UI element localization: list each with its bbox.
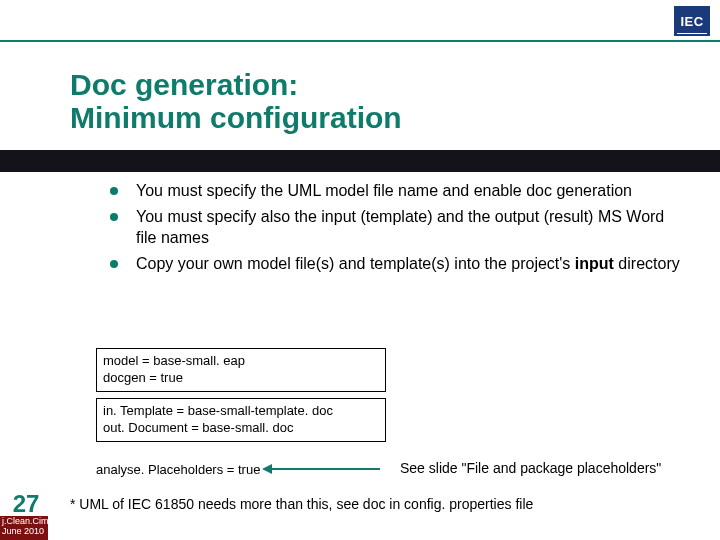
code-loose-line: analyse. Placeholders = true — [96, 462, 260, 477]
footnote-text: * UML of IEC 61850 needs more than this,… — [70, 496, 533, 512]
dark-band — [0, 150, 720, 172]
bullet-item: Copy your own model file(s) and template… — [110, 253, 680, 275]
code-line: out. Document = base-small. doc — [103, 420, 379, 437]
page-number: 27 — [4, 490, 48, 518]
bullet-text-pre: Copy your own model file(s) and template… — [136, 255, 575, 272]
code-line: in. Template = base-small-template. doc — [103, 403, 379, 420]
bullet-list: You must specify the UML model file name… — [110, 180, 680, 278]
footer-box: j.Clean.Cim June 2010 — [0, 516, 48, 540]
bullet-item: You must specify also the input (templat… — [110, 206, 680, 249]
bullet-text-bold: input — [575, 255, 614, 272]
see-also-text: See slide "File and package placeholders… — [400, 460, 661, 476]
footer-line-2: June 2010 — [2, 527, 46, 537]
bullet-text: You must specify the UML model file name… — [136, 182, 632, 199]
iec-logo: IEC — [674, 6, 710, 36]
title-line-1: Doc generation: — [70, 68, 680, 101]
code-box: in. Template = base-small-template. doc … — [96, 398, 386, 442]
topbar — [0, 0, 720, 40]
code-line: model = base-small. eap — [103, 353, 379, 370]
arrow-left-icon — [270, 468, 380, 470]
title-line-2: Minimum configuration — [70, 101, 680, 134]
code-line: docgen = true — [103, 370, 379, 387]
code-boxes: model = base-small. eap docgen = true in… — [96, 348, 386, 448]
slide-title: Doc generation: Minimum configuration — [70, 68, 680, 134]
bullet-text: You must specify also the input (templat… — [136, 208, 664, 247]
bullet-item: You must specify the UML model file name… — [110, 180, 680, 202]
bullet-text-post: directory — [614, 255, 680, 272]
iec-logo-underline — [677, 33, 707, 34]
top-rule — [0, 40, 720, 42]
iec-logo-text: IEC — [680, 14, 703, 29]
slide: IEC Doc generation: Minimum configuratio… — [0, 0, 720, 540]
code-box: model = base-small. eap docgen = true — [96, 348, 386, 392]
